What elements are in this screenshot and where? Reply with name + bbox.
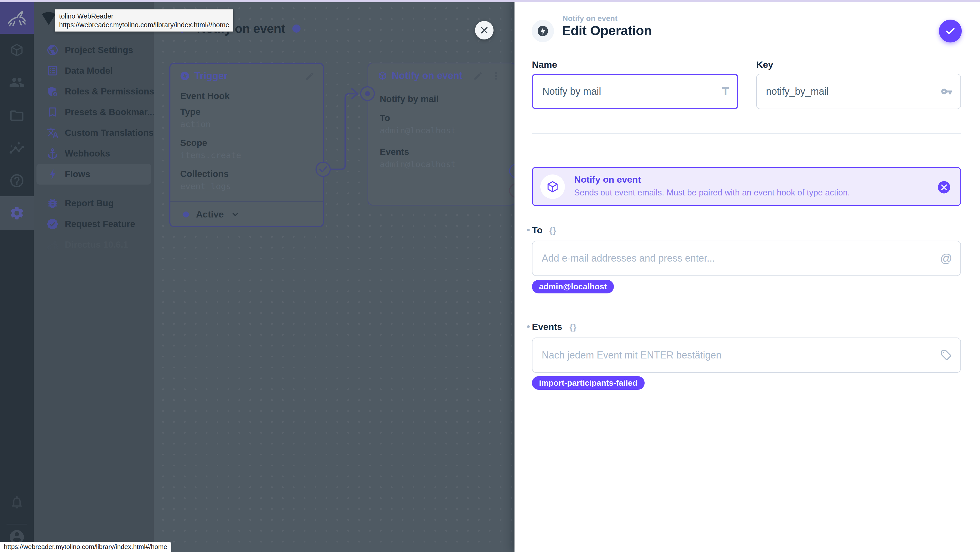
edit-pencil-icon[interactable] bbox=[473, 71, 483, 81]
settings-nav: Project Settings Data Model Roles & Perm… bbox=[34, 0, 154, 552]
shield-person-icon bbox=[46, 85, 59, 98]
rabbit-icon bbox=[6, 8, 27, 28]
trigger-intro: Event Hook bbox=[180, 91, 230, 101]
operation-type-card[interactable]: Notify on event Sends out event emails. … bbox=[532, 167, 961, 206]
to-chip[interactable]: admin@localhost bbox=[532, 280, 614, 293]
sidebar-item-label: Presets & Bookmar... bbox=[65, 107, 154, 117]
help-icon bbox=[9, 173, 25, 189]
flow-status-dropdown[interactable]: Active bbox=[183, 209, 240, 220]
key-field-label: Key bbox=[756, 59, 773, 70]
sidebar-item-label: Flows bbox=[65, 169, 91, 180]
operation-field-label: To bbox=[380, 113, 390, 123]
name-field-label: Name bbox=[532, 59, 557, 70]
sidebar-item-data-model[interactable]: Data Model bbox=[37, 60, 151, 81]
rabbit-small-icon bbox=[46, 239, 59, 251]
sidebar-item-label: Request Feature bbox=[65, 219, 135, 229]
trigger-panel[interactable]: Trigger Event Hook Type action Scope ite… bbox=[169, 63, 324, 227]
module-content[interactable] bbox=[0, 37, 34, 64]
required-dot bbox=[527, 325, 530, 328]
kebab-menu-icon[interactable] bbox=[491, 71, 501, 81]
key-icon bbox=[941, 86, 952, 97]
events-chip[interactable]: import-participants-failed bbox=[532, 376, 644, 390]
key-input-wrap bbox=[756, 74, 961, 109]
raw-value-icon[interactable]: {} bbox=[570, 323, 577, 332]
trigger-panel-title: Trigger bbox=[194, 70, 228, 82]
operation-field-value: admin@localhost bbox=[380, 159, 456, 169]
sidebar-item-project-settings[interactable]: Project Settings bbox=[37, 40, 151, 60]
edit-pencil-icon[interactable] bbox=[305, 71, 315, 81]
events-input[interactable] bbox=[533, 338, 940, 372]
sidebar-item-report-bug[interactable]: Report Bug bbox=[37, 193, 151, 214]
deselect-operation-icon[interactable] bbox=[937, 180, 951, 195]
browser-tooltip: tolino WebReader https://webreader.mytol… bbox=[55, 9, 233, 32]
module-files[interactable] bbox=[0, 102, 34, 129]
sidebar-item-webhooks[interactable]: Webhooks bbox=[37, 143, 151, 164]
translate-icon bbox=[46, 127, 59, 139]
trigger-field-label: Type bbox=[180, 107, 200, 117]
sidebar-item-custom-translations[interactable]: Custom Translations bbox=[37, 122, 151, 143]
drawer-divider bbox=[532, 133, 961, 134]
key-input[interactable] bbox=[757, 74, 941, 108]
module-users[interactable] bbox=[0, 69, 34, 96]
sidebar-item-label: Data Model bbox=[65, 65, 113, 76]
sidebar-item-label: Custom Translations bbox=[65, 128, 154, 138]
sidebar-item-flows[interactable]: Flows bbox=[37, 164, 151, 185]
tooltip-title: tolino WebReader bbox=[59, 12, 229, 21]
trigger-field-value: action bbox=[180, 119, 211, 129]
notifications-button[interactable] bbox=[0, 488, 34, 516]
circled-bolt-icon bbox=[180, 71, 190, 81]
at-sign-icon: @ bbox=[940, 251, 952, 265]
required-dot bbox=[527, 229, 530, 231]
globe-icon bbox=[46, 44, 59, 56]
trigger-field-value: items.create bbox=[180, 150, 241, 160]
operation-type-description: Sends out event emails. Must be paired w… bbox=[574, 188, 850, 197]
events-input-wrap bbox=[532, 337, 961, 373]
trigger-field-label: Collections bbox=[180, 169, 229, 179]
operation-panel[interactable]: Notify on event Notify by mail To admin@… bbox=[368, 63, 516, 205]
name-input[interactable] bbox=[533, 75, 722, 108]
box-icon bbox=[9, 43, 24, 58]
operation-panel-tools bbox=[473, 71, 501, 81]
sidebar-item-label: Roles & Permissions bbox=[65, 86, 154, 97]
close-editor-button[interactable] bbox=[475, 21, 493, 40]
sidebar-item-roles-permissions[interactable]: Roles & Permissions bbox=[37, 81, 151, 102]
module-bar bbox=[0, 0, 34, 552]
operation-intro: Notify by mail bbox=[380, 94, 439, 104]
raw-value-icon[interactable]: {} bbox=[549, 226, 557, 235]
bookmark-icon bbox=[46, 106, 59, 118]
sidebar-item-request-feature[interactable]: Request Feature bbox=[37, 214, 151, 234]
operation-panel-title: Notify on event bbox=[392, 70, 463, 81]
to-input[interactable] bbox=[533, 241, 940, 275]
module-settings[interactable] bbox=[0, 196, 34, 230]
box-icon bbox=[546, 180, 559, 194]
circled-bolt-icon bbox=[536, 25, 549, 37]
sidebar-item-label: Project Settings bbox=[65, 45, 133, 55]
module-insights[interactable] bbox=[0, 135, 34, 162]
name-input-wrap: T bbox=[532, 74, 738, 109]
operation-field-label: Events bbox=[380, 147, 409, 157]
bug-icon bbox=[46, 197, 59, 210]
operation-type-title: Notify on event bbox=[574, 174, 641, 185]
directus-logo[interactable] bbox=[0, 2, 34, 34]
module-help[interactable] bbox=[0, 167, 34, 194]
people-icon bbox=[9, 75, 25, 91]
gear-icon bbox=[9, 205, 25, 221]
save-button[interactable] bbox=[939, 20, 962, 43]
bell-icon bbox=[9, 495, 24, 510]
active-status-dot bbox=[183, 212, 189, 218]
to-field-label: To bbox=[532, 225, 542, 235]
drawer-title: Edit Operation bbox=[562, 23, 652, 38]
window-top-strip bbox=[0, 0, 980, 2]
sidebar-item-presets-bookmarks[interactable]: Presets & Bookmar... bbox=[37, 102, 151, 122]
trigger-panel-tools bbox=[305, 71, 315, 81]
browser-status-url: https://webreader.mytolino.com/library/i… bbox=[0, 542, 171, 552]
flow-canvas[interactable]: Notify on event Trigger Event Hook Type … bbox=[154, 0, 514, 552]
operation-field-value: admin@localhost bbox=[380, 126, 456, 135]
trigger-panel-divider bbox=[170, 201, 323, 202]
close-icon bbox=[480, 25, 489, 35]
sidebar-item-label: Webhooks bbox=[65, 148, 110, 159]
insights-icon bbox=[9, 140, 25, 156]
events-field-label: Events bbox=[532, 321, 562, 332]
list-alt-icon bbox=[46, 65, 59, 77]
trigger-field-label: Scope bbox=[180, 138, 207, 148]
